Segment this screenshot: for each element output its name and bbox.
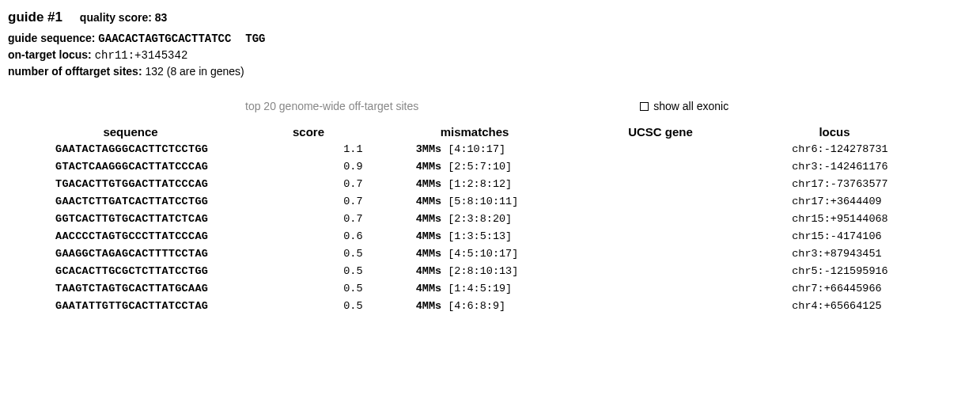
cell-sequence: GAAGGCTAGAGCACTTTTCCTAG xyxy=(8,245,298,263)
cell-mismatches: 4MMs [2:3:8:20] xyxy=(408,211,620,228)
cell-locus: chr3:-142461176 xyxy=(784,158,972,176)
cell-mismatches: 4MMs [4:5:10:17] xyxy=(408,245,620,263)
table-row: AACCCCTAGTGCCCTTATCCCAG0.64MMs [1:3:5:13… xyxy=(8,228,972,245)
table-row: GAAGGCTAGAGCACTTTTCCTAG0.54MMs [4:5:10:1… xyxy=(8,245,972,263)
cell-score: 0.5 xyxy=(298,263,408,280)
cell-sequence: TGACACTTGTGGACTTATCCCAG xyxy=(8,176,298,193)
mismatch-count: 4MMs xyxy=(416,265,441,277)
cell-mismatches: 4MMs [2:5:7:10] xyxy=(408,158,620,176)
cell-mismatches: 4MMs [1:3:5:13] xyxy=(408,228,620,245)
table-body: GAATACTAGGGCACTTCTCCTGG1.13MMs [4:10:17]… xyxy=(8,141,972,315)
cell-locus: chr17:+3644409 xyxy=(784,193,972,211)
cell-locus: chr6:-124278731 xyxy=(784,141,972,158)
cell-mismatches: 4MMs [1:4:5:19] xyxy=(408,280,620,298)
col-header-sequence: sequence xyxy=(8,124,253,141)
cell-sequence: TAAGTCTAGTGCACTTATGCAAG xyxy=(8,280,298,298)
checkbox-icon[interactable] xyxy=(640,102,649,111)
cell-mismatches: 4MMs [2:8:10:13] xyxy=(408,263,620,280)
header-line-1: guide #1 quality score: 83 xyxy=(8,10,972,25)
cell-score: 0.7 xyxy=(298,193,408,211)
guide-sequence-seq: GAACACTAGTGCACTTATCC xyxy=(98,32,231,45)
quality-score-label: quality score: xyxy=(80,11,152,24)
cell-score: 0.5 xyxy=(298,280,408,298)
cell-locus: chr5:-121595916 xyxy=(784,263,972,280)
table-row: GCACACTTGCGCTCTTATCCTGG0.54MMs [2:8:10:1… xyxy=(8,263,972,280)
mismatch-count: 4MMs xyxy=(416,230,441,242)
mismatch-positions: [1:2:8:12] xyxy=(441,178,512,190)
col-header-mismatches: mismatches xyxy=(364,124,577,141)
cell-score: 0.7 xyxy=(298,211,408,228)
cell-score: 0.7 xyxy=(298,176,408,193)
table-row: TGACACTTGTGGACTTATCCCAG0.74MMs [1:2:8:12… xyxy=(8,176,972,193)
cell-locus: chr4:+65664125 xyxy=(784,298,972,315)
cell-sequence: GAATATTGTTGCACTTATCCTAG xyxy=(8,298,298,315)
cell-sequence: GTACTCAAGGGCACTTATCCCAG xyxy=(8,158,298,176)
page: guide #1 quality score: 83 guide sequenc… xyxy=(0,0,980,331)
cell-score: 1.1 xyxy=(298,141,408,158)
cell-score: 0.6 xyxy=(298,228,408,245)
show-all-exonic-toggle[interactable]: show all exonic xyxy=(640,100,728,112)
offtarget-count-label: number of offtarget sites: xyxy=(8,65,142,78)
offtarget-count-line: number of offtarget sites: 132 (8 are in… xyxy=(8,65,972,78)
cell-sequence: GCACACTTGCGCTCTTATCCTGG xyxy=(8,263,298,280)
mismatch-positions: [4:5:10:17] xyxy=(441,248,518,260)
show-all-exonic-label: show all exonic xyxy=(653,100,728,112)
mismatch-count: 4MMs xyxy=(416,161,441,173)
table-row: GAATACTAGGGCACTTCTCCTGG1.13MMs [4:10:17]… xyxy=(8,141,972,158)
mismatch-positions: [5:8:10:11] xyxy=(441,196,518,207)
mismatch-count: 3MMs xyxy=(416,143,441,155)
offtarget-count-value: 132 (8 are in genes) xyxy=(145,65,244,78)
cell-locus: chr3:+87943451 xyxy=(784,245,972,263)
cell-score: 0.5 xyxy=(298,245,408,263)
mismatch-positions: [1:3:5:13] xyxy=(441,230,512,242)
table-row: GAACTCTTGATCACTTATCCTGG0.74MMs [5:8:10:1… xyxy=(8,193,972,211)
table-header-row: sequence score mismatches UCSC gene locu… xyxy=(8,124,972,141)
col-header-ucsc-gene: UCSC gene xyxy=(577,124,744,141)
col-header-score: score xyxy=(253,124,364,141)
mismatch-count: 4MMs xyxy=(416,213,441,225)
offtarget-caption: top 20 genome-wide off-target sites xyxy=(245,100,418,112)
cell-locus: chr7:+66445966 xyxy=(784,280,972,298)
offtarget-table: sequence score mismatches UCSC gene locu… xyxy=(8,124,972,315)
cell-mismatches: 4MMs [1:2:8:12] xyxy=(408,176,620,193)
table-row: TAAGTCTAGTGCACTTATGCAAG0.54MMs [1:4:5:19… xyxy=(8,280,972,298)
cell-locus: chr15:+95144068 xyxy=(784,211,972,228)
mismatch-positions: [2:3:8:20] xyxy=(441,213,512,225)
cell-sequence: GGTCACTTGTGCACTTATCTCAG xyxy=(8,211,298,228)
mismatch-count: 4MMs xyxy=(416,300,441,312)
mismatch-count: 4MMs xyxy=(416,178,441,190)
cell-mismatches: 3MMs [4:10:17] xyxy=(408,141,620,158)
cell-score: 0.9 xyxy=(298,158,408,176)
subheader-row: top 20 genome-wide off-target sites show… xyxy=(8,100,972,112)
guide-sequence-line: guide sequence: GAACACTAGTGCACTTATCC TGG xyxy=(8,32,972,45)
cell-sequence: AACCCCTAGTGCCCTTATCCCAG xyxy=(8,228,298,245)
mismatch-positions: [1:4:5:19] xyxy=(441,283,512,294)
table-row: GAATATTGTTGCACTTATCCTAG0.54MMs [4:6:8:9]… xyxy=(8,298,972,315)
cell-mismatches: 4MMs [4:6:8:9] xyxy=(408,298,620,315)
on-target-label: on-target locus: xyxy=(8,48,92,61)
cell-sequence: GAATACTAGGGCACTTCTCCTGG xyxy=(8,141,298,158)
guide-sequence-label: guide sequence: xyxy=(8,32,95,44)
mismatch-count: 4MMs xyxy=(416,248,441,260)
mismatch-positions: [2:8:10:13] xyxy=(441,265,518,277)
guide-sequence-pam: TGG xyxy=(245,32,265,45)
mismatch-count: 4MMs xyxy=(416,196,441,207)
cell-locus: chr17:-73763577 xyxy=(784,176,972,193)
cell-locus: chr15:-4174106 xyxy=(784,228,972,245)
table-row: GTACTCAAGGGCACTTATCCCAG0.94MMs [2:5:7:10… xyxy=(8,158,972,176)
cell-mismatches: 4MMs [5:8:10:11] xyxy=(408,193,620,211)
mismatch-positions: [4:6:8:9] xyxy=(441,300,505,312)
col-header-locus: locus xyxy=(744,124,925,141)
guide-title: guide #1 xyxy=(8,10,62,25)
on-target-line: on-target locus: chr11:+3145342 xyxy=(8,48,972,62)
mismatch-positions: [4:10:17] xyxy=(441,143,505,155)
on-target-value: chr11:+3145342 xyxy=(95,49,188,62)
cell-sequence: GAACTCTTGATCACTTATCCTGG xyxy=(8,193,298,211)
table-row: GGTCACTTGTGCACTTATCTCAG0.74MMs [2:3:8:20… xyxy=(8,211,972,228)
cell-score: 0.5 xyxy=(298,298,408,315)
mismatch-count: 4MMs xyxy=(416,283,441,294)
quality-score-value: 83 xyxy=(155,11,168,24)
mismatch-positions: [2:5:7:10] xyxy=(441,161,512,173)
